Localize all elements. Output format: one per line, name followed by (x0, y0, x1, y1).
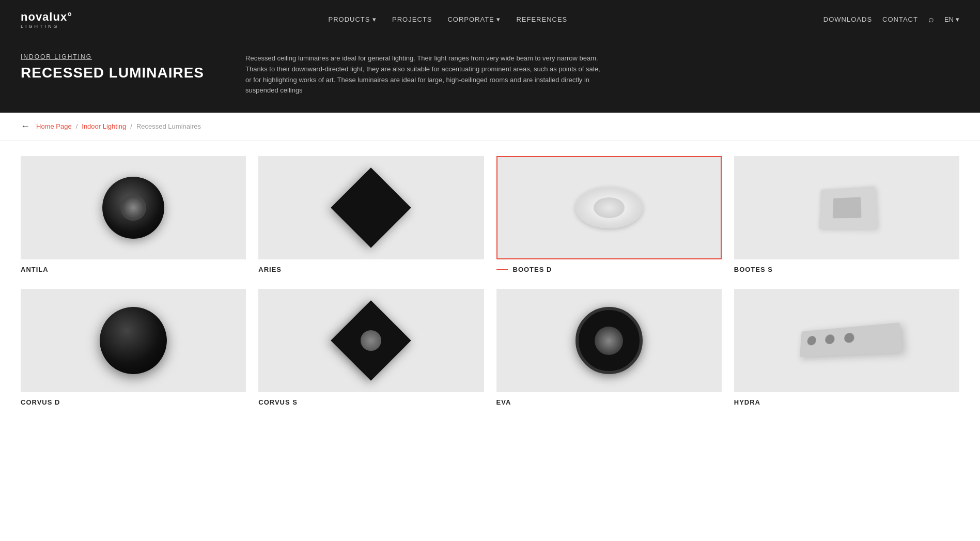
product-image-eva (496, 289, 722, 392)
current-language: EN (944, 16, 954, 23)
bootes-s-shape (819, 187, 877, 229)
aries-shape (331, 167, 412, 248)
breadcrumb-separator-2: / (130, 122, 132, 130)
hero-title: RECESSED LUMINAIRES (21, 65, 204, 81)
nav-right: DOWNLOADS CONTACT ⌕ EN ▾ (823, 14, 959, 25)
corvus-d-shape (100, 307, 167, 374)
nav-link-corporate[interactable]: CORPORATE ▾ (447, 16, 501, 23)
product-name-antila: ANTILA (21, 266, 246, 273)
contact-link[interactable]: CONTACT (882, 16, 918, 23)
product-name-corvus-s: CORVUS S (258, 398, 484, 406)
search-button[interactable]: ⌕ (928, 14, 934, 25)
hero-category: INDOOR LIGHTING (21, 53, 204, 60)
nav-list: PRODUCTS ▾ PROJECTS CORPORATE ▾ REFERENC… (329, 16, 568, 23)
product-name-aries: ARIES (258, 266, 484, 273)
product-grid: ANTILA ARIES BOOTES D BOOTES S (0, 141, 980, 427)
corvus-s-shape (331, 300, 412, 381)
nav-item-corporate[interactable]: CORPORATE ▾ (447, 16, 501, 23)
logo[interactable]: novalux° LIGHTING (21, 10, 72, 29)
nav-item-products[interactable]: PRODUCTS ▾ (329, 16, 377, 23)
hero-left: INDOOR LIGHTING RECESSED LUMINAIRES (21, 53, 204, 81)
product-card-eva[interactable]: EVA (496, 289, 722, 406)
product-image-corvus-d (21, 289, 246, 392)
logo-sub: LIGHTING (21, 24, 59, 29)
eva-shape (575, 307, 643, 374)
hero-section: INDOOR LIGHTING RECESSED LUMINAIRES Rece… (0, 39, 980, 113)
breadcrumb-back-button[interactable]: ← (21, 121, 30, 132)
nav-link-references[interactable]: REFERENCES (516, 16, 567, 23)
product-image-corvus-s (258, 289, 484, 392)
product-card-antila[interactable]: ANTILA (21, 156, 246, 273)
product-image-aries (258, 156, 484, 259)
product-name-hydra: HYDRA (734, 398, 959, 406)
nav-item-projects[interactable]: PROJECTS (392, 16, 432, 23)
breadcrumb-current: Recessed Luminaires (136, 122, 201, 130)
nav-link-projects[interactable]: PROJECTS (392, 16, 432, 23)
product-card-bootes-d[interactable]: BOOTES D (496, 156, 722, 273)
main-nav: PRODUCTS ▾ PROJECTS CORPORATE ▾ REFERENC… (329, 16, 568, 23)
breadcrumb-separator-1: / (76, 122, 78, 130)
product-name-bootes-d: BOOTES D (496, 266, 722, 273)
active-indicator (496, 269, 508, 270)
product-image-antila (21, 156, 246, 259)
bootes-d-shape (575, 187, 643, 228)
breadcrumb-indoor[interactable]: Indoor Lighting (82, 122, 126, 130)
hero-description: Recessed ceiling luminaires are ideal fo… (245, 53, 607, 96)
breadcrumb-home[interactable]: Home Page (36, 122, 72, 130)
product-card-corvus-s[interactable]: CORVUS S (258, 289, 484, 406)
hydra-shape (800, 322, 903, 357)
language-selector[interactable]: EN ▾ (944, 16, 959, 23)
product-image-bootes-s (734, 156, 959, 259)
product-name-eva: EVA (496, 398, 722, 406)
product-card-hydra[interactable]: HYDRA (734, 289, 959, 406)
site-header: novalux° LIGHTING PRODUCTS ▾ PROJECTS CO… (0, 0, 980, 39)
product-name-corvus-d: CORVUS D (21, 398, 246, 406)
breadcrumb: ← Home Page / Indoor Lighting / Recessed… (0, 113, 980, 141)
product-card-aries[interactable]: ARIES (258, 156, 484, 273)
product-name-bootes-s: BOOTES S (734, 266, 959, 273)
product-image-hydra (734, 289, 959, 392)
chevron-down-icon: ▾ (956, 16, 959, 23)
nav-item-references[interactable]: REFERENCES (516, 16, 567, 23)
nav-link-products[interactable]: PRODUCTS ▾ (329, 16, 377, 23)
product-card-bootes-s[interactable]: BOOTES S (734, 156, 959, 273)
logo-name: novalux° (21, 10, 72, 24)
downloads-link[interactable]: DOWNLOADS (823, 16, 872, 23)
antila-shape (102, 177, 164, 239)
product-image-bootes-d (496, 156, 722, 259)
product-card-corvus-d[interactable]: CORVUS D (21, 289, 246, 406)
